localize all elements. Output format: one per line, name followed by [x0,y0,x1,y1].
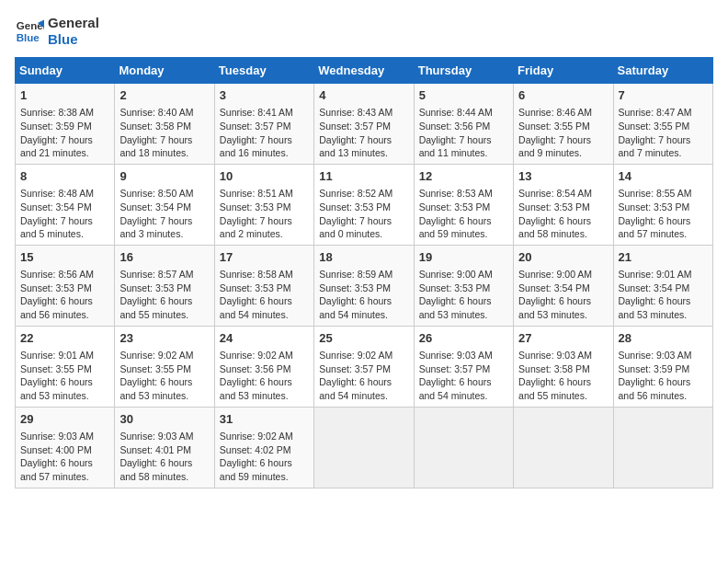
day-info: Sunrise: 8:53 AM Sunset: 3:53 PM Dayligh… [419,187,508,241]
calendar-header-row: SundayMondayTuesdayWednesdayThursdayFrid… [16,58,713,84]
calendar-day-cell: 1 Sunrise: 8:38 AM Sunset: 3:59 PM Dayli… [16,84,115,165]
calendar-day-cell: 11 Sunrise: 8:52 AM Sunset: 3:53 PM Dayl… [314,164,414,245]
calendar-day-cell [314,407,414,488]
calendar-day-cell [613,407,712,488]
page-header: General Blue General Blue [15,15,713,48]
day-number: 5 [419,87,508,104]
calendar-week-row: 29 Sunrise: 9:03 AM Sunset: 4:00 PM Dayl… [16,407,713,488]
calendar-week-row: 1 Sunrise: 8:38 AM Sunset: 3:59 PM Dayli… [16,84,713,165]
day-info: Sunrise: 9:03 AM Sunset: 3:59 PM Dayligh… [619,349,708,403]
day-info: Sunrise: 8:46 AM Sunset: 3:55 PM Dayligh… [518,106,608,160]
day-info: Sunrise: 8:40 AM Sunset: 3:58 PM Dayligh… [119,106,209,160]
day-number: 2 [119,87,209,104]
day-info: Sunrise: 9:00 AM Sunset: 3:53 PM Dayligh… [419,268,508,322]
calendar-day-cell: 19 Sunrise: 9:00 AM Sunset: 3:53 PM Dayl… [414,245,513,326]
day-number: 8 [20,168,109,185]
day-info: Sunrise: 9:03 AM Sunset: 4:01 PM Dayligh… [119,430,209,484]
calendar-day-cell: 12 Sunrise: 8:53 AM Sunset: 3:53 PM Dayl… [414,164,513,245]
day-info: Sunrise: 8:54 AM Sunset: 3:53 PM Dayligh… [518,187,608,241]
day-number: 29 [20,411,109,428]
day-number: 16 [119,249,209,266]
calendar-day-cell: 10 Sunrise: 8:51 AM Sunset: 3:53 PM Dayl… [214,164,313,245]
calendar-day-cell: 22 Sunrise: 9:01 AM Sunset: 3:55 PM Dayl… [16,326,115,407]
day-number: 14 [619,168,708,185]
logo-icon: General Blue [15,17,44,46]
day-number: 9 [119,168,209,185]
calendar-week-row: 8 Sunrise: 8:48 AM Sunset: 3:54 PM Dayli… [16,164,713,245]
calendar-day-cell: 28 Sunrise: 9:03 AM Sunset: 3:59 PM Dayl… [613,326,712,407]
day-info: Sunrise: 8:55 AM Sunset: 3:53 PM Dayligh… [619,187,708,241]
day-info: Sunrise: 9:03 AM Sunset: 3:57 PM Dayligh… [419,349,508,403]
calendar-day-cell: 29 Sunrise: 9:03 AM Sunset: 4:00 PM Dayl… [16,407,115,488]
day-info: Sunrise: 9:03 AM Sunset: 3:58 PM Dayligh… [518,349,608,403]
day-info: Sunrise: 8:48 AM Sunset: 3:54 PM Dayligh… [20,187,109,241]
calendar-table: SundayMondayTuesdayWednesdayThursdayFrid… [15,57,713,488]
day-number: 21 [619,249,708,266]
day-of-week-header: Saturday [613,58,712,84]
calendar-day-cell: 24 Sunrise: 9:02 AM Sunset: 3:56 PM Dayl… [214,326,313,407]
day-info: Sunrise: 9:01 AM Sunset: 3:55 PM Dayligh… [20,349,109,403]
day-number: 1 [20,87,109,104]
calendar-day-cell: 13 Sunrise: 8:54 AM Sunset: 3:53 PM Dayl… [514,164,613,245]
calendar-day-cell: 14 Sunrise: 8:55 AM Sunset: 3:53 PM Dayl… [613,164,712,245]
day-info: Sunrise: 8:58 AM Sunset: 3:53 PM Dayligh… [220,268,309,322]
calendar-day-cell [414,407,513,488]
calendar-day-cell: 7 Sunrise: 8:47 AM Sunset: 3:55 PM Dayli… [613,84,712,165]
calendar-day-cell: 3 Sunrise: 8:41 AM Sunset: 3:57 PM Dayli… [214,84,313,165]
svg-text:Blue: Blue [17,32,40,43]
day-number: 3 [220,87,309,104]
day-number: 22 [20,330,109,347]
day-number: 7 [619,87,708,104]
day-info: Sunrise: 9:01 AM Sunset: 3:54 PM Dayligh… [619,268,708,322]
day-info: Sunrise: 8:57 AM Sunset: 3:53 PM Dayligh… [119,268,209,322]
day-info: Sunrise: 8:44 AM Sunset: 3:56 PM Dayligh… [419,106,508,160]
day-number: 25 [319,330,408,347]
day-number: 24 [220,330,309,347]
day-info: Sunrise: 9:03 AM Sunset: 4:00 PM Dayligh… [20,430,109,484]
calendar-day-cell: 23 Sunrise: 9:02 AM Sunset: 3:55 PM Dayl… [115,326,214,407]
calendar-day-cell: 16 Sunrise: 8:57 AM Sunset: 3:53 PM Dayl… [115,245,214,326]
day-number: 15 [20,249,109,266]
day-info: Sunrise: 9:00 AM Sunset: 3:54 PM Dayligh… [518,268,608,322]
calendar-week-row: 15 Sunrise: 8:56 AM Sunset: 3:53 PM Dayl… [16,245,713,326]
day-number: 23 [119,330,209,347]
logo-line2: Blue [48,31,99,48]
day-of-week-header: Sunday [16,58,115,84]
day-number: 4 [319,87,408,104]
day-info: Sunrise: 9:02 AM Sunset: 4:02 PM Dayligh… [220,430,309,484]
day-number: 10 [220,168,309,185]
day-info: Sunrise: 8:50 AM Sunset: 3:54 PM Dayligh… [119,187,209,241]
day-number: 26 [419,330,508,347]
calendar-day-cell: 6 Sunrise: 8:46 AM Sunset: 3:55 PM Dayli… [514,84,613,165]
day-number: 13 [518,168,608,185]
day-number: 27 [518,330,608,347]
day-info: Sunrise: 8:52 AM Sunset: 3:53 PM Dayligh… [319,187,408,241]
calendar-day-cell: 4 Sunrise: 8:43 AM Sunset: 3:57 PM Dayli… [314,84,414,165]
day-number: 18 [319,249,408,266]
day-number: 28 [619,330,708,347]
day-number: 6 [518,87,608,104]
day-number: 31 [220,411,309,428]
day-info: Sunrise: 8:41 AM Sunset: 3:57 PM Dayligh… [220,106,309,160]
calendar-week-row: 22 Sunrise: 9:01 AM Sunset: 3:55 PM Dayl… [16,326,713,407]
calendar-day-cell: 18 Sunrise: 8:59 AM Sunset: 3:53 PM Dayl… [314,245,414,326]
calendar-day-cell: 9 Sunrise: 8:50 AM Sunset: 3:54 PM Dayli… [115,164,214,245]
logo: General Blue General Blue [15,15,99,48]
day-number: 11 [319,168,408,185]
calendar-day-cell: 27 Sunrise: 9:03 AM Sunset: 3:58 PM Dayl… [514,326,613,407]
day-of-week-header: Friday [514,58,613,84]
day-info: Sunrise: 8:47 AM Sunset: 3:55 PM Dayligh… [619,106,708,160]
calendar-day-cell: 5 Sunrise: 8:44 AM Sunset: 3:56 PM Dayli… [414,84,513,165]
day-of-week-header: Tuesday [214,58,313,84]
day-info: Sunrise: 8:38 AM Sunset: 3:59 PM Dayligh… [20,106,109,160]
day-info: Sunrise: 8:51 AM Sunset: 3:53 PM Dayligh… [220,187,309,241]
day-number: 30 [119,411,209,428]
day-of-week-header: Monday [115,58,214,84]
day-info: Sunrise: 9:02 AM Sunset: 3:56 PM Dayligh… [220,349,309,403]
calendar-day-cell: 21 Sunrise: 9:01 AM Sunset: 3:54 PM Dayl… [613,245,712,326]
day-info: Sunrise: 9:02 AM Sunset: 3:57 PM Dayligh… [319,349,408,403]
calendar-day-cell: 20 Sunrise: 9:00 AM Sunset: 3:54 PM Dayl… [514,245,613,326]
calendar-day-cell [514,407,613,488]
calendar-day-cell: 25 Sunrise: 9:02 AM Sunset: 3:57 PM Dayl… [314,326,414,407]
day-of-week-header: Wednesday [314,58,414,84]
